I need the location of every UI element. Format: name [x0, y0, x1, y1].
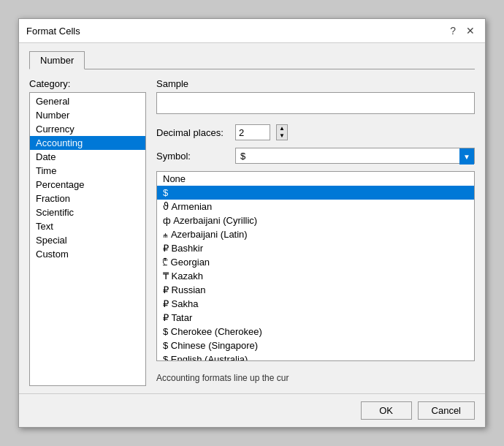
symbol-label: Symbol: — [156, 151, 229, 162]
symbol-combo-arrow-icon: ▼ — [459, 148, 474, 165]
dropdown-item-chinese-singapore[interactable]: $ Chinese (Singapore) — [157, 339, 474, 352]
symbol-combo-value: $ — [240, 151, 470, 162]
category-item-date[interactable]: Date — [30, 150, 145, 164]
dropdown-item-azerbaijani-cyrillic[interactable]: ф Azerbaijani (Cyrillic) — [157, 213, 474, 227]
dialog-content: Number Category: General Number Currency… — [19, 43, 485, 393]
sample-label: Sample — [156, 78, 475, 89]
symbol-combo-wrapper: $ ▼ — [235, 148, 475, 164]
help-button[interactable]: ? — [447, 25, 459, 37]
tab-number[interactable]: Number — [29, 51, 85, 69]
category-item-fraction[interactable]: Fraction — [30, 192, 145, 205]
cancel-button[interactable]: Cancel — [418, 401, 475, 420]
category-item-special[interactable]: Special — [30, 233, 145, 247]
decimal-places-down[interactable]: ▼ — [277, 132, 287, 140]
right-panel: Sample Decimal places: ▲ ▼ Symbo — [156, 78, 475, 386]
dropdown-item-english-australia[interactable]: $ English (Australia) — [157, 352, 474, 361]
symbol-row: Symbol: $ ▼ — [156, 148, 475, 164]
category-item-currency[interactable]: Currency — [30, 122, 145, 136]
dropdown-item-georgian[interactable]: ₾ Georgian — [157, 255, 474, 269]
category-item-general[interactable]: General — [30, 94, 145, 108]
dialog-title: Format Cells — [26, 26, 80, 37]
ok-button[interactable]: OK — [361, 401, 412, 420]
format-cells-dialog: Format Cells ? ✕ Number Category: Genera… — [18, 18, 486, 428]
symbol-dropdown-list[interactable]: None $ ϑ Armenian ф Azerbaijani (Cyrilli… — [156, 171, 475, 361]
dropdown-item-bashkir[interactable]: ₽ Bashkir — [157, 241, 474, 255]
dropdown-item-none[interactable]: None — [157, 172, 474, 186]
decimal-places-spinner: ▲ ▼ — [276, 124, 288, 140]
category-item-accounting[interactable]: Accounting — [30, 136, 145, 150]
dialog-titlebar: Format Cells ? ✕ — [19, 19, 485, 43]
dialog-footer: OK Cancel — [19, 393, 485, 427]
category-item-scientific[interactable]: Scientific — [30, 205, 145, 219]
decimal-places-up[interactable]: ▲ — [277, 125, 287, 132]
category-section: Category: General Number Currency Accoun… — [29, 78, 146, 386]
category-label: Category: — [29, 78, 146, 89]
decimal-places-label: Decimal places: — [156, 127, 229, 138]
dropdown-item-armenian[interactable]: ϑ Armenian — [157, 200, 474, 213]
close-button[interactable]: ✕ — [463, 25, 478, 37]
category-item-custom[interactable]: Custom — [30, 247, 145, 261]
titlebar-buttons: ? ✕ — [447, 25, 478, 37]
dropdown-item-dollar[interactable]: $ — [157, 186, 474, 200]
dropdown-item-tatar[interactable]: ₽ Tatar — [157, 311, 474, 325]
sample-box — [156, 92, 475, 114]
dropdown-item-cherokee[interactable]: $ Cherokee (Cherokee) — [157, 325, 474, 339]
decimal-places-input[interactable] — [235, 124, 270, 140]
dropdown-item-sakha[interactable]: ₽ Sakha — [157, 297, 474, 311]
symbol-combo[interactable]: $ ▼ — [235, 148, 475, 164]
category-item-number[interactable]: Number — [30, 108, 145, 122]
category-item-time[interactable]: Time — [30, 164, 145, 178]
decimal-places-row: Decimal places: ▲ ▼ — [156, 124, 475, 140]
sample-section: Sample — [156, 78, 475, 114]
main-area: Category: General Number Currency Accoun… — [29, 78, 475, 386]
dropdown-item-azerbaijani-latin[interactable]: ₼ Azerbaijani (Latin) — [157, 227, 474, 241]
category-list[interactable]: General Number Currency Accounting Date … — [29, 92, 146, 386]
dropdown-item-kazakh[interactable]: ₸ Kazakh — [157, 269, 474, 283]
tabs-bar: Number — [29, 50, 475, 69]
description-text: Accounting formats line up the cur — [156, 373, 475, 383]
category-item-text[interactable]: Text — [30, 219, 145, 233]
category-item-percentage[interactable]: Percentage — [30, 178, 145, 192]
dropdown-item-russian[interactable]: ₽ Russian — [157, 283, 474, 297]
